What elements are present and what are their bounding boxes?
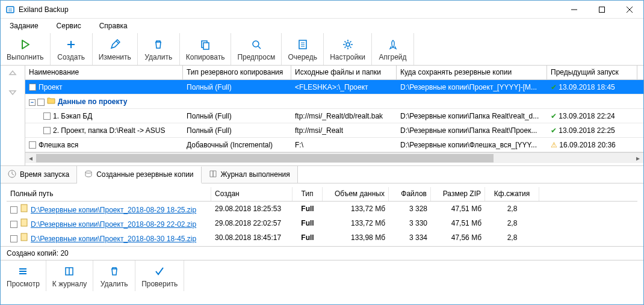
col-created[interactable]: Создан [211,187,293,201]
copy-ratio: 2,8 [485,203,539,215]
preview-button[interactable]: Предпросм [231,33,282,65]
zip-icon [20,218,28,227]
task-checkbox[interactable] [29,84,36,91]
svg-rect-13 [21,205,27,212]
task-last: ✔ 13.09.2018 22:25 [547,125,637,137]
tab-created-copies[interactable]: Созданные резервные копии [77,167,201,183]
maximize-button[interactable] [588,1,616,19]
copy-row[interactable]: D:\Резервные копии\Проект_2018-08-30 18-… [7,230,637,245]
copy-checkbox[interactable] [10,235,17,242]
tab-start-time[interactable]: Время запуска [1,166,77,183]
copy-row[interactable]: D:\Резервные копии\Проект_2018-08-29 22-… [7,216,637,230]
close-button[interactable] [616,1,643,19]
svg-rect-6 [203,43,209,49]
svg-point-10 [346,43,350,46]
arrow-up-icon[interactable] [8,69,17,81]
menu-task[interactable]: Задание [10,22,39,30]
col-name[interactable]: Наименование [25,66,183,79]
delete-button[interactable]: Удалить [138,33,180,65]
task-dst: D:\Резервные копии\Папка Realt\realt_d..… [397,110,547,122]
task-checkbox[interactable] [37,99,45,106]
expander-icon[interactable]: − [29,99,36,106]
col-last[interactable]: Предыдущий запуск [547,66,637,79]
to-log-button[interactable]: К журналу [46,260,93,291]
zip-icon [20,204,28,212]
upgrade-button[interactable]: Апгрейд [372,33,414,65]
edit-button[interactable]: Изменить [93,33,138,65]
titlebar: Exiland Backup [1,1,643,19]
copy-ratio: 2,8 [485,232,539,244]
svg-line-8 [258,46,261,49]
tab-log[interactable]: Журнал выполнения [202,166,298,183]
h-scrollbar[interactable]: ◂ ▸ [25,152,643,163]
copy-row[interactable]: D:\Резервные копии\Проект_2018-08-29 18-… [7,202,637,216]
copy-files: 3 328 [389,203,431,215]
task-row[interactable]: 1. Бэкап БДПолный (Full)ftp://msi/_Realt… [25,109,643,123]
check-button[interactable]: Проверить [135,260,184,291]
svg-point-7 [253,41,259,47]
book-icon [64,264,75,279]
task-row[interactable]: ПроектПолный (Full)<FLESHKA>:\_ПроектD:\… [25,80,643,94]
task-checkbox[interactable] [43,112,51,120]
copy-path[interactable]: D:\Резервные копии\Проект_2018-08-29 18-… [31,206,196,214]
run-button[interactable]: Выполнить [1,33,51,65]
menubar: Задание Сервис Справка [1,19,643,33]
scroll-left-icon[interactable]: ◂ [25,153,36,163]
task-type: Полный (Full) [183,125,291,137]
copy-checkbox[interactable] [10,221,17,228]
trash-icon [153,37,164,52]
menu-service[interactable]: Сервис [57,22,81,30]
check-icon: ✔ [551,83,557,91]
view-button[interactable]: Просмотр [1,260,46,291]
search-icon [251,37,262,52]
minimize-button[interactable] [560,1,588,19]
tasks-body: ПроектПолный (Full)<FLESHKA>:\_ПроектD:\… [25,80,643,152]
copy-type: Full [293,232,323,244]
col-zip[interactable]: Размер ZIP [431,187,485,201]
task-checkbox[interactable] [29,141,36,149]
copy-vol: 133,98 Мб [323,232,389,244]
col-ctype[interactable]: Тип [293,187,323,201]
task-type: Полный (Full) [183,81,291,93]
delete-copy-button[interactable]: Удалить [93,260,135,291]
main-toolbar: Выполнить Создать Изменить Удалить Копир… [1,33,643,66]
task-row[interactable]: 2. Проект, папка D:\Realt -> ASUSПолный … [25,123,643,138]
check-icon [154,264,165,279]
task-checkbox[interactable] [43,127,51,134]
col-path[interactable]: Полный путь [7,187,211,201]
copy-created: 29.08.2018 22:02:57 [211,217,293,229]
task-row[interactable]: −Данные по проекту [25,94,643,109]
plus-icon [66,37,76,52]
copy-checkbox[interactable] [10,206,17,214]
copy-path[interactable]: D:\Резервные копии\Проект_2018-08-29 22-… [31,220,196,229]
trash-icon [109,264,120,279]
arrow-down-icon[interactable] [8,87,17,98]
col-type[interactable]: Тип резервного копирования [183,66,291,79]
create-button[interactable]: Создать [51,33,93,65]
col-dst[interactable]: Куда сохранять резервные копии [397,66,547,79]
pencil-icon [110,37,120,52]
col-ratio[interactable]: Кф.сжатия [485,187,539,201]
task-src [291,100,397,103]
copy-path[interactable]: D:\Резервные копии\Проект_2018-08-30 18-… [31,235,196,243]
tasks-header: Наименование Тип резервного копирования … [25,66,643,80]
copies-header: Полный путь Создан Тип Объем данных Файл… [7,187,637,202]
database-icon [84,170,93,180]
clock-icon [8,170,16,180]
scroll-right-icon[interactable]: ▸ [633,153,643,163]
scroll-thumb[interactable] [36,154,494,162]
copy-type: Full [293,217,323,229]
list-icon [297,37,308,52]
task-row[interactable]: Флешка всяДобавочный (Incremental)F:\D:\… [25,138,643,152]
col-src[interactable]: Исходные файлы и папки [291,66,397,79]
col-files[interactable]: Файлов [389,187,431,201]
copy-button[interactable]: Копировать [180,33,232,65]
copies-panel: Полный путь Создан Тип Объем данных Файл… [1,183,643,246]
detail-tabs: Время запуска Созданные резервные копии … [1,165,643,183]
queue-button[interactable]: Очередь [282,33,324,65]
copy-files: 3 330 [389,217,431,229]
col-vol[interactable]: Объем данных [323,187,389,201]
task-name: 1. Бэкап БД [53,112,92,120]
settings-button[interactable]: Настройки [324,33,372,65]
menu-help[interactable]: Справка [99,22,128,30]
